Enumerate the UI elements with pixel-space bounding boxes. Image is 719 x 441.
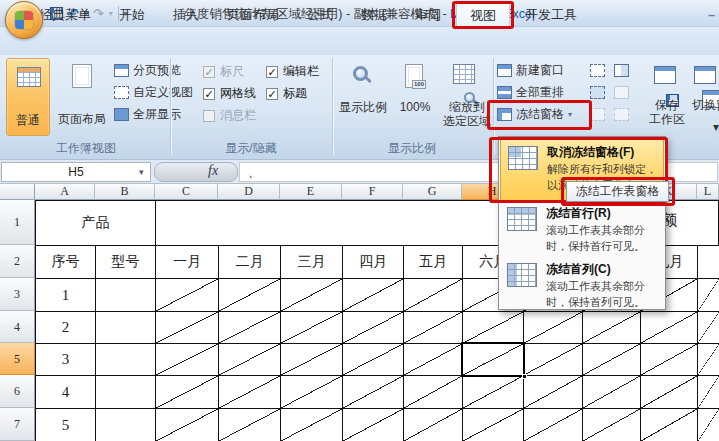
arrange-all-button[interactable]: 全部重排 xyxy=(497,82,564,102)
switch-windows-button[interactable]: 切换窗口 ▾ xyxy=(690,58,719,140)
cell-data[interactable] xyxy=(640,408,698,441)
cell-model-blank[interactable] xyxy=(95,278,156,312)
cell-data[interactable] xyxy=(403,343,463,376)
column-header-L[interactable]: L xyxy=(697,184,719,200)
cell-data[interactable] xyxy=(218,311,281,344)
tab-数据[interactable]: 数据 xyxy=(348,2,400,28)
custom-views-button[interactable]: 自定义视图 xyxy=(114,82,193,102)
checkbox-icon[interactable]: ✓ xyxy=(266,88,278,100)
column-header-B[interactable]: B xyxy=(95,184,155,200)
cell-model-blank[interactable] xyxy=(95,311,156,344)
cell-data[interactable] xyxy=(582,375,641,409)
cell-data[interactable] xyxy=(523,311,583,344)
row-header-4[interactable]: 4 xyxy=(0,311,35,343)
selected-cell-H5[interactable]: 、 xyxy=(461,342,525,377)
cell-data[interactable] xyxy=(155,311,219,344)
tab-页面布局[interactable]: 页面布局 xyxy=(214,2,292,28)
cell-data[interactable] xyxy=(582,311,641,344)
cell-data[interactable] xyxy=(218,343,281,376)
cell-data[interactable] xyxy=(155,408,219,441)
cell-data[interactable] xyxy=(697,343,719,376)
row-header-1[interactable]: 1 xyxy=(0,200,35,245)
cell-serial-3[interactable]: 3 xyxy=(35,343,96,376)
cell-data[interactable] xyxy=(342,408,404,441)
tab-插入[interactable]: 插入 xyxy=(160,2,212,28)
row-header-6[interactable]: 6 xyxy=(0,375,35,408)
checkbox-网格线[interactable]: ✓网格线 xyxy=(203,85,256,102)
tab-开发工具[interactable]: 开发工具 xyxy=(512,2,590,28)
cell-data[interactable] xyxy=(582,343,641,376)
cell-row2-F[interactable]: 四月 xyxy=(342,245,404,279)
cell-data[interactable] xyxy=(523,408,583,441)
minimize-icon[interactable]: – xyxy=(708,8,715,22)
cell-serial-1[interactable]: 1 xyxy=(35,278,96,312)
cell-data[interactable] xyxy=(342,311,404,344)
page-layout-view-button[interactable]: 页面布局 xyxy=(52,58,112,136)
cell-data[interactable] xyxy=(342,343,404,376)
cell-data[interactable] xyxy=(403,375,463,409)
hide-button[interactable] xyxy=(590,82,605,102)
cell-data[interactable] xyxy=(403,311,463,344)
cell-serial-5[interactable]: 5 xyxy=(35,408,96,441)
menu-item-2[interactable]: 冻结首行(R)滚动工作表其余部分时，保持首行可见。 xyxy=(500,201,664,257)
column-header-D[interactable]: D xyxy=(218,184,280,200)
cell-data[interactable] xyxy=(280,408,343,441)
cell-row2-A[interactable]: 序号 xyxy=(35,245,96,279)
cell-data[interactable] xyxy=(640,343,698,376)
row-header-2[interactable]: 2 xyxy=(0,245,35,278)
select-all-corner[interactable] xyxy=(0,184,35,200)
cell-data[interactable] xyxy=(155,278,219,312)
cell-product[interactable]: 产品 xyxy=(35,200,156,246)
cell-row2-C[interactable]: 一月 xyxy=(155,245,219,279)
cell-data[interactable] xyxy=(640,375,698,409)
tab-开始[interactable]: 开始 xyxy=(106,2,158,28)
cell-data[interactable] xyxy=(403,278,463,312)
cell-row2-E[interactable]: 三月 xyxy=(280,245,343,279)
cell-data[interactable] xyxy=(155,375,219,409)
checkbox-编辑栏[interactable]: ✓编辑栏 xyxy=(266,63,319,80)
cell-data[interactable] xyxy=(523,343,583,376)
cell-data[interactable] xyxy=(280,343,343,376)
tab-公式[interactable]: 公式 xyxy=(294,2,346,28)
freeze-panes-button[interactable]: 冻结窗格 ▾ xyxy=(497,104,572,124)
column-header-A[interactable]: A xyxy=(35,184,95,200)
insert-function-icon[interactable]: fx xyxy=(208,163,218,179)
cell-data[interactable] xyxy=(462,311,524,344)
menu-item-3[interactable]: 冻结首列(C)滚动工作表其余部分时，保持首列可见。 xyxy=(500,257,664,310)
cell-data[interactable] xyxy=(462,408,524,441)
cell-serial-4[interactable]: 4 xyxy=(35,375,96,409)
cell-data[interactable] xyxy=(403,408,463,441)
cell-model-blank[interactable] xyxy=(95,343,156,376)
cell-data[interactable] xyxy=(697,408,719,441)
split-button[interactable] xyxy=(590,60,605,80)
cell-row2-L[interactable] xyxy=(697,245,719,279)
column-header-F[interactable]: F xyxy=(342,184,403,200)
cell-data[interactable] xyxy=(218,278,281,312)
cell-row2-G[interactable]: 五月 xyxy=(403,245,463,279)
office-button[interactable] xyxy=(5,1,43,39)
fill-handle[interactable] xyxy=(522,374,527,379)
cell-data[interactable] xyxy=(280,311,343,344)
cell-model-blank[interactable] xyxy=(95,375,156,409)
cell-data[interactable] xyxy=(640,311,698,344)
cell-data[interactable] xyxy=(155,343,219,376)
cell-data[interactable] xyxy=(280,375,343,409)
normal-view-button[interactable]: 普通 xyxy=(6,58,50,136)
cell-row2-B[interactable]: 型号 xyxy=(95,245,156,279)
zoom-to-selection-button[interactable]: 缩放到 选定区域 xyxy=(440,58,494,142)
cell-data[interactable] xyxy=(280,278,343,312)
name-box-dropdown-icon[interactable]: ▾ xyxy=(139,167,144,177)
cell-data[interactable] xyxy=(697,311,719,344)
cell-data[interactable] xyxy=(218,408,281,441)
cell-data[interactable] xyxy=(342,278,404,312)
cell-serial-2[interactable]: 2 xyxy=(35,311,96,344)
checkbox-icon[interactable]: ✓ xyxy=(203,88,215,100)
new-window-button[interactable]: 新建窗口 xyxy=(497,60,564,80)
name-box[interactable]: H5 xyxy=(1,162,151,182)
checkbox-icon[interactable]: ✓ xyxy=(266,66,278,78)
cell-data[interactable] xyxy=(523,375,583,409)
cell-model-blank[interactable] xyxy=(95,408,156,441)
row-header-7[interactable]: 7 xyxy=(0,408,35,441)
cell-data[interactable] xyxy=(462,375,524,409)
tab-审阅[interactable]: 审阅 xyxy=(402,2,454,28)
